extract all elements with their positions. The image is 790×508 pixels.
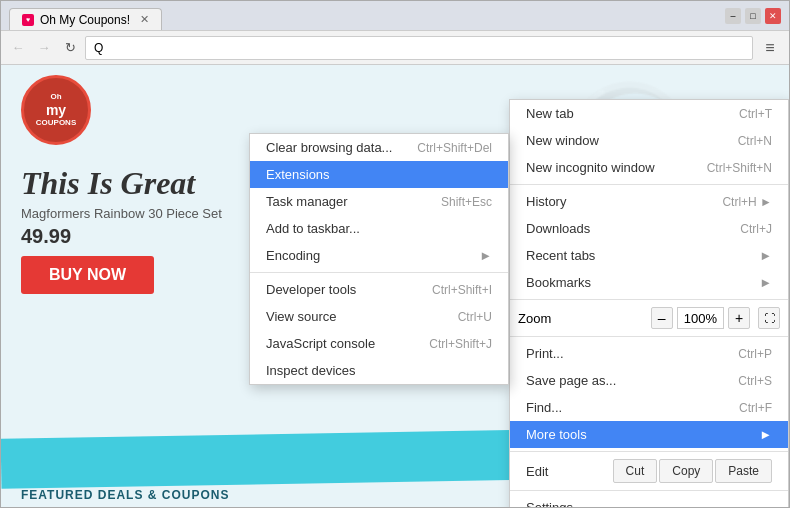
menu-divider bbox=[510, 184, 788, 185]
menu-item-recent-tabs[interactable]: Recent tabs ► bbox=[510, 242, 788, 269]
menu-label: Print... bbox=[526, 346, 564, 361]
submenu-item-extensions[interactable]: Extensions bbox=[250, 161, 508, 188]
edit-row: Edit Cut Copy Paste bbox=[510, 455, 788, 487]
forward-button[interactable]: → bbox=[33, 37, 55, 59]
tab-title: Oh My Coupons! bbox=[40, 13, 130, 27]
menu-label: Task manager bbox=[266, 194, 348, 209]
menu-item-find[interactable]: Find... Ctrl+F bbox=[510, 394, 788, 421]
menu-shortcut: Ctrl+S bbox=[738, 374, 772, 388]
browser-window: ♥ Oh My Coupons! ✕ – □ ✕ ← → ↻ ≡ 🔍 OhmyC… bbox=[0, 0, 790, 508]
zoom-row: Zoom – 100% + ⛶ bbox=[510, 303, 788, 333]
menu-item-history[interactable]: History Ctrl+H ► bbox=[510, 188, 788, 215]
menu-shortcut: Ctrl+J bbox=[740, 222, 772, 236]
edit-label: Edit bbox=[526, 464, 611, 479]
featured-label: FEATURED DEALS & COUPONS bbox=[21, 488, 229, 502]
page-content: 🔍 OhmyCOUPONS This Is Great Magformers R… bbox=[1, 65, 789, 507]
menu-divider bbox=[510, 299, 788, 300]
menu-shortcut: Ctrl+T bbox=[739, 107, 772, 121]
tab-favicon: ♥ bbox=[22, 14, 34, 26]
submenu-item-js-console[interactable]: JavaScript console Ctrl+Shift+J bbox=[250, 330, 508, 357]
title-bar: ♥ Oh My Coupons! ✕ – □ ✕ bbox=[1, 1, 789, 31]
back-button[interactable]: ← bbox=[7, 37, 29, 59]
menu-shortcut: Ctrl+Shift+J bbox=[429, 337, 492, 351]
zoom-minus-button[interactable]: – bbox=[651, 307, 673, 329]
menu-shortcut: Ctrl+F bbox=[739, 401, 772, 415]
site-logo: OhmyCOUPONS bbox=[21, 75, 91, 145]
menu-item-bookmarks[interactable]: Bookmarks ► bbox=[510, 269, 788, 296]
minimize-button[interactable]: – bbox=[725, 8, 741, 24]
menu-divider bbox=[250, 272, 508, 273]
page-background: 🔍 OhmyCOUPONS This Is Great Magformers R… bbox=[1, 65, 789, 507]
menu-item-new-tab[interactable]: New tab Ctrl+T bbox=[510, 100, 788, 127]
submenu-arrow: ► bbox=[759, 248, 772, 263]
menu-divider bbox=[510, 490, 788, 491]
submenu-item-clear[interactable]: Clear browsing data... Ctrl+Shift+Del bbox=[250, 134, 508, 161]
menu-item-new-window[interactable]: New window Ctrl+N bbox=[510, 127, 788, 154]
menu-label: Inspect devices bbox=[266, 363, 356, 378]
menu-label: View source bbox=[266, 309, 337, 324]
chrome-dropdown-menu: New tab Ctrl+T New window Ctrl+N New inc… bbox=[509, 99, 789, 507]
menu-shortcut: Ctrl+U bbox=[458, 310, 492, 324]
menu-label: Bookmarks bbox=[526, 275, 591, 290]
tab-bar: ♥ Oh My Coupons! ✕ bbox=[9, 1, 717, 30]
submenu-item-encoding[interactable]: Encoding ► bbox=[250, 242, 508, 269]
close-tab-button[interactable]: ✕ bbox=[140, 13, 149, 26]
menu-label: Find... bbox=[526, 400, 562, 415]
menu-label: History bbox=[526, 194, 566, 209]
menu-label: Recent tabs bbox=[526, 248, 595, 263]
submenu-arrow: ► bbox=[479, 248, 492, 263]
menu-label: More tools bbox=[526, 427, 587, 442]
more-tools-submenu: Clear browsing data... Ctrl+Shift+Del Ex… bbox=[249, 133, 509, 385]
submenu-arrow: ► bbox=[759, 275, 772, 290]
menu-item-downloads[interactable]: Downloads Ctrl+J bbox=[510, 215, 788, 242]
menu-label: Encoding bbox=[266, 248, 320, 263]
copy-button[interactable]: Copy bbox=[659, 459, 713, 483]
menu-label: Settings bbox=[526, 500, 573, 507]
window-controls: – □ ✕ bbox=[725, 8, 781, 24]
menu-label: New window bbox=[526, 133, 599, 148]
menu-label: Save page as... bbox=[526, 373, 616, 388]
buy-now-button[interactable]: BUY NOW bbox=[21, 256, 154, 294]
zoom-fullscreen-button[interactable]: ⛶ bbox=[758, 307, 780, 329]
menu-shortcut: Ctrl+Shift+Del bbox=[417, 141, 492, 155]
address-input[interactable] bbox=[85, 36, 753, 60]
menu-shortcut: Ctrl+N bbox=[738, 134, 772, 148]
menu-shortcut: Shift+Esc bbox=[441, 195, 492, 209]
menu-item-more-tools[interactable]: More tools ► bbox=[510, 421, 788, 448]
menu-label: New incognito window bbox=[526, 160, 655, 175]
submenu-item-dev-tools[interactable]: Developer tools Ctrl+Shift+I bbox=[250, 276, 508, 303]
menu-item-new-incognito[interactable]: New incognito window Ctrl+Shift+N bbox=[510, 154, 788, 181]
submenu-item-task-manager[interactable]: Task manager Shift+Esc bbox=[250, 188, 508, 215]
address-bar: ← → ↻ ≡ bbox=[1, 31, 789, 65]
menu-label: Developer tools bbox=[266, 282, 356, 297]
submenu-item-add-taskbar[interactable]: Add to taskbar... bbox=[250, 215, 508, 242]
menu-label: Downloads bbox=[526, 221, 590, 236]
maximize-button[interactable]: □ bbox=[745, 8, 761, 24]
submenu-arrow: ► bbox=[759, 427, 772, 442]
paste-button[interactable]: Paste bbox=[715, 459, 772, 483]
zoom-plus-button[interactable]: + bbox=[728, 307, 750, 329]
menu-shortcut: Ctrl+Shift+N bbox=[707, 161, 772, 175]
active-tab[interactable]: ♥ Oh My Coupons! ✕ bbox=[9, 8, 162, 30]
submenu-item-inspect[interactable]: Inspect devices bbox=[250, 357, 508, 384]
chrome-menu-button[interactable]: ≡ bbox=[757, 35, 783, 61]
zoom-label: Zoom bbox=[518, 311, 647, 326]
close-button[interactable]: ✕ bbox=[765, 8, 781, 24]
menu-label: JavaScript console bbox=[266, 336, 375, 351]
submenu-item-view-source[interactable]: View source Ctrl+U bbox=[250, 303, 508, 330]
menu-divider bbox=[510, 451, 788, 452]
menu-label: Clear browsing data... bbox=[266, 140, 392, 155]
menu-shortcut: Ctrl+Shift+I bbox=[432, 283, 492, 297]
menu-label: New tab bbox=[526, 106, 574, 121]
menu-item-save-page[interactable]: Save page as... Ctrl+S bbox=[510, 367, 788, 394]
menu-shortcut: Ctrl+P bbox=[738, 347, 772, 361]
refresh-button[interactable]: ↻ bbox=[59, 37, 81, 59]
cut-button[interactable]: Cut bbox=[613, 459, 658, 483]
menu-label: Add to taskbar... bbox=[266, 221, 360, 236]
menu-shortcut: Ctrl+H ► bbox=[722, 195, 772, 209]
zoom-value: 100% bbox=[677, 307, 724, 329]
menu-item-print[interactable]: Print... Ctrl+P bbox=[510, 340, 788, 367]
menu-divider bbox=[510, 336, 788, 337]
menu-label: Extensions bbox=[266, 167, 330, 182]
menu-item-settings[interactable]: Settings bbox=[510, 494, 788, 507]
